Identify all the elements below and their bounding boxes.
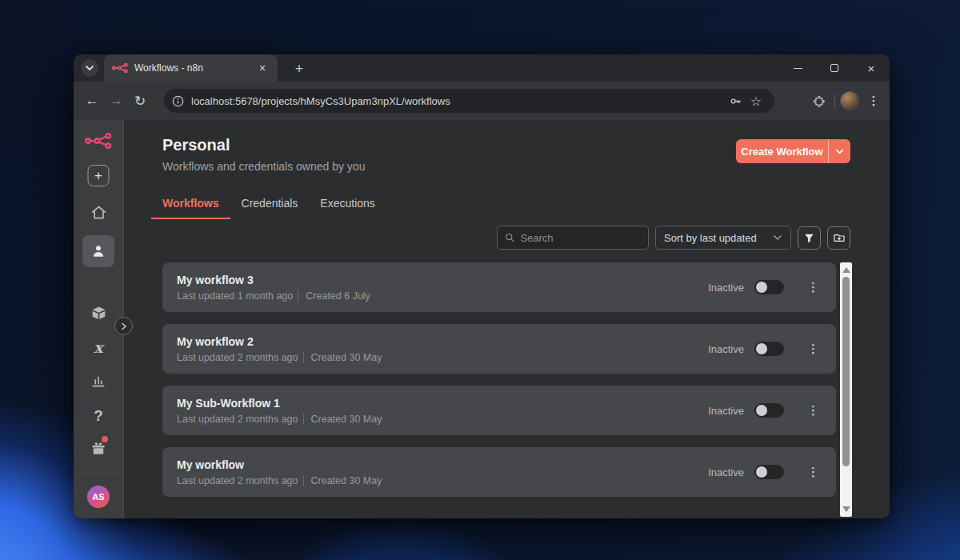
scrollbar-thumb[interactable] xyxy=(842,277,850,466)
workflow-title: My workflow 2 xyxy=(177,335,708,348)
n8n-app: + x xyxy=(74,120,890,518)
sidebar-item-help[interactable]: ? xyxy=(82,402,114,430)
workflow-menu-icon[interactable]: ⋮ xyxy=(807,280,819,294)
n8n-favicon-icon xyxy=(112,63,128,73)
tab-executions[interactable]: Executions xyxy=(309,190,386,219)
workflow-updated: Last updated 2 months ago xyxy=(177,414,298,425)
reload-button[interactable]: ↻ xyxy=(128,89,152,113)
filter-button[interactable] xyxy=(798,226,821,250)
close-button[interactable]: × xyxy=(853,54,890,82)
status-label: Inactive xyxy=(708,405,744,417)
bookmark-star-icon[interactable]: ☆ xyxy=(746,90,766,111)
app-main: Personal Workflows and credentials owned… xyxy=(124,120,890,518)
workflow-created: Created 30 May xyxy=(303,475,382,486)
maximize-icon xyxy=(830,64,838,72)
workflow-info: My workflow Last updated 2 months agoCre… xyxy=(177,458,708,486)
workflow-menu-icon[interactable]: ⋮ xyxy=(807,342,819,356)
toggle-knob xyxy=(756,282,767,293)
status-label: Inactive xyxy=(708,466,744,478)
active-toggle[interactable] xyxy=(754,465,784,479)
extensions-puzzle-icon[interactable] xyxy=(809,90,830,111)
sidebar-item-overview[interactable] xyxy=(82,198,114,226)
workflow-updated: Last updated 2 months ago xyxy=(177,352,298,363)
workflow-meta: Last updated 2 months agoCreated 30 May xyxy=(177,414,708,425)
new-tab-button[interactable]: + xyxy=(290,59,309,78)
active-toggle[interactable] xyxy=(754,403,784,418)
chevron-down-icon xyxy=(835,147,844,156)
workflow-card[interactable]: My workflow 2 Last updated 2 months agoC… xyxy=(162,324,836,374)
add-workflow-button[interactable]: + xyxy=(88,165,110,186)
workflow-card[interactable]: My workflow Last updated 2 months agoCre… xyxy=(162,447,836,497)
tab-close-icon[interactable]: × xyxy=(255,61,270,75)
scroll-up-arrow[interactable] xyxy=(842,267,850,273)
maximize-button[interactable] xyxy=(816,54,853,82)
active-toggle[interactable] xyxy=(754,280,784,294)
create-workflow-button[interactable]: Create Workflow xyxy=(736,139,829,163)
tab-title: Workflows - n8n xyxy=(134,62,249,74)
package-icon xyxy=(90,305,107,322)
workflow-list: My workflow 3 Last updated 1 month agoCr… xyxy=(162,262,836,509)
bar-chart-icon xyxy=(90,373,106,389)
window-controls: × xyxy=(779,54,890,82)
chevron-down-icon xyxy=(85,63,94,73)
tab-credentials[interactable]: Credentials xyxy=(230,190,310,219)
n8n-logo-icon[interactable] xyxy=(85,133,112,149)
workflow-actions: Inactive ⋮ xyxy=(708,280,819,294)
workflow-title: My workflow xyxy=(177,458,708,471)
address-bar[interactable]: localhost:5678/projects/hMsyCs3Upam3npXL… xyxy=(164,89,774,113)
forward-button[interactable]: → xyxy=(104,89,128,113)
browser-window: Workflows - n8n × + × ← → ↻ localhost:56… xyxy=(74,54,890,518)
browser-menu-icon[interactable]: ⋮ xyxy=(864,94,883,108)
chevron-down-icon xyxy=(773,233,782,242)
workflow-updated: Last updated 1 month ago xyxy=(177,290,293,302)
sidebar-item-templates[interactable] xyxy=(82,298,114,327)
tab-workflows[interactable]: Workflows xyxy=(151,190,230,219)
browser-profile-avatar[interactable] xyxy=(840,91,859,110)
browser-tabstrip: Workflows - n8n × + × xyxy=(74,54,890,82)
workflow-menu-icon[interactable]: ⋮ xyxy=(807,403,819,418)
notification-dot xyxy=(102,436,108,442)
sidebar-item-whats-new[interactable] xyxy=(82,434,114,463)
toggle-knob xyxy=(756,343,767,354)
workflow-menu-icon[interactable]: ⋮ xyxy=(807,465,819,479)
password-key-icon[interactable] xyxy=(725,90,746,111)
workflow-created: Created 30 May xyxy=(303,414,382,425)
sort-dropdown[interactable]: Sort by last updated xyxy=(655,226,791,250)
content-tabs: Workflows Credentials Executions xyxy=(151,190,386,219)
workflow-meta: Last updated 2 months agoCreated 30 May xyxy=(177,352,708,363)
workflow-created: Created 6 July xyxy=(298,290,370,302)
workflow-card[interactable]: My Sub-Workflow 1 Last updated 2 months … xyxy=(162,386,836,435)
workflow-card[interactable]: My workflow 3 Last updated 1 month agoCr… xyxy=(162,262,836,312)
page-title: Personal xyxy=(162,136,230,154)
site-info-icon[interactable] xyxy=(172,95,184,107)
create-workflow-group: Create Workflow xyxy=(736,139,850,163)
toolbar-separator xyxy=(834,94,835,108)
workflow-title: My Sub-Workflow 1 xyxy=(177,397,708,410)
sidebar-expand-button[interactable] xyxy=(114,317,133,335)
toggle-knob xyxy=(756,405,767,416)
workflow-meta: Last updated 2 months agoCreated 30 May xyxy=(177,475,708,486)
url-text[interactable]: localhost:5678/projects/hMsyCs3Upam3npXL… xyxy=(191,95,725,107)
scrollbar[interactable] xyxy=(840,262,852,517)
user-avatar[interactable]: AS xyxy=(87,486,110,508)
workflow-info: My Sub-Workflow 1 Last updated 2 months … xyxy=(177,397,708,425)
search-box[interactable] xyxy=(497,226,649,250)
browser-tab[interactable]: Workflows - n8n × xyxy=(104,54,278,82)
active-toggle[interactable] xyxy=(754,342,784,356)
sidebar-item-insights[interactable] xyxy=(82,366,114,395)
new-folder-button[interactable] xyxy=(827,226,850,250)
sidebar-item-personal[interactable] xyxy=(82,235,114,267)
toggle-knob xyxy=(756,466,767,478)
search-input[interactable] xyxy=(520,232,641,244)
tab-search-button[interactable] xyxy=(81,59,98,77)
page-subtitle: Workflows and credentials owned by you xyxy=(162,160,365,173)
status-label: Inactive xyxy=(708,282,744,294)
workflow-created: Created 30 May xyxy=(303,352,382,363)
create-workflow-caret[interactable] xyxy=(829,139,850,163)
folder-plus-icon xyxy=(833,231,846,244)
minimize-button[interactable] xyxy=(779,54,816,82)
workflow-meta: Last updated 1 month agoCreated 6 July xyxy=(177,290,708,302)
scroll-down-arrow[interactable] xyxy=(842,506,850,512)
back-button[interactable]: ← xyxy=(80,89,104,113)
sidebar-item-variables[interactable]: x xyxy=(82,333,114,362)
